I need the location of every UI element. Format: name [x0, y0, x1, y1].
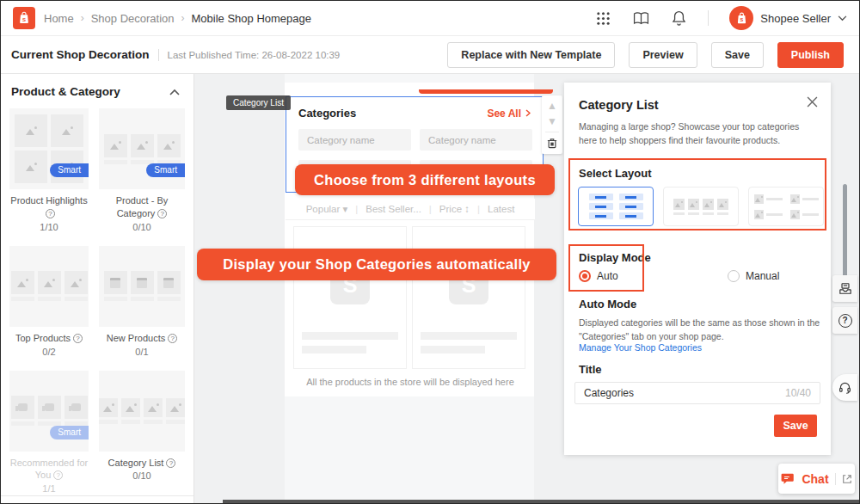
help-icon[interactable]: ?: [168, 334, 177, 343]
title-field-label: Title: [579, 363, 602, 376]
widget-count: 0/10: [99, 222, 185, 232]
widget-count: 0/1: [99, 347, 185, 357]
headset-icon: [838, 380, 852, 395]
education-book-icon[interactable]: [632, 9, 649, 27]
replace-template-button[interactable]: Replace with New Template: [447, 42, 615, 68]
display-mode-manual-radio[interactable]: Manual: [728, 270, 779, 282]
categories-widget-title: Categories: [298, 107, 356, 120]
breadcrumb-shop-decoration[interactable]: Shop Decoration: [91, 12, 175, 25]
help-floating-button[interactable]: ?: [832, 307, 857, 334]
thumbs-up-icon: [71, 403, 81, 411]
sidebar-divider: [1, 495, 194, 496]
breadcrumb-separator: ›: [81, 12, 84, 24]
widget-label: Recommended for You: [10, 458, 89, 481]
calendar-icon: [163, 278, 174, 288]
apps-grid-icon[interactable]: [594, 9, 611, 27]
save-button[interactable]: Save: [711, 42, 764, 68]
layout-options: [578, 187, 824, 226]
tooltip-shop-categories: Display yourShop Categoriesautomatically: [197, 249, 556, 280]
image-placeholder-icon: [755, 212, 763, 218]
move-up-icon[interactable]: ▲: [547, 101, 557, 111]
image-placeholder-icon: [137, 141, 148, 150]
tab-popular[interactable]: Popular ▾: [306, 203, 348, 215]
see-all-link[interactable]: See All: [487, 108, 531, 120]
support-headset-button[interactable]: [832, 374, 857, 401]
sort-tabs: Popular ▾ | Best Seller... | Price ↕ | L…: [286, 199, 535, 219]
widget-card-product-highlights[interactable]: Smart Product Highlights? 1/10: [9, 108, 89, 232]
thumbs-up-icon: [18, 403, 28, 411]
question-mark-icon: ?: [838, 314, 852, 328]
help-icon[interactable]: ?: [73, 334, 83, 343]
help-icon[interactable]: ?: [46, 209, 55, 218]
image-placeholder-icon: [44, 279, 55, 287]
layout-option-image-text[interactable]: [748, 187, 824, 226]
widget-card-new-products[interactable]: New Products? 0/1: [99, 246, 185, 357]
last-published-time: Last Published Time: 26-08-2022 10:39: [168, 50, 341, 60]
widget-card-category-list[interactable]: Category List? 0/10: [99, 371, 185, 495]
shopee-logo-icon[interactable]: S: [13, 7, 35, 29]
auto-mode-description: Displayed categories will be the same as…: [579, 317, 823, 344]
sidebar-section-header[interactable]: Product & Category: [1, 74, 194, 107]
notification-bell-icon[interactable]: [670, 9, 687, 27]
tab-price[interactable]: Price ↕: [439, 204, 470, 214]
breadcrumb-home[interactable]: Home: [44, 12, 74, 25]
category-name-input[interactable]: [298, 129, 411, 151]
help-icon[interactable]: ?: [53, 470, 63, 480]
panel-title: Category List: [579, 98, 659, 112]
empty-products-note: All the products in the store will be di…: [286, 377, 535, 387]
calendar-icon: [110, 278, 120, 288]
shopee-bag-icon: S: [16, 10, 32, 26]
tab-best-seller[interactable]: Best Seller...: [366, 204, 421, 214]
widget-label: New Products: [107, 333, 165, 343]
chat-bubble-icon: [781, 472, 796, 485]
panel-save-button[interactable]: Save: [774, 415, 817, 437]
category-name-input[interactable]: [420, 129, 532, 151]
chevron-up-icon[interactable]: [169, 89, 180, 95]
move-down-icon[interactable]: ▼: [547, 116, 557, 126]
widget-label: Category List: [108, 458, 164, 468]
account-name: Shopee Seller: [760, 12, 831, 25]
category-list-thumbnail: [99, 371, 185, 452]
new-products-thumbnail: [99, 246, 185, 327]
display-mode-auto-radio[interactable]: Auto: [579, 270, 618, 282]
horizontal-scrollbar-thumb[interactable]: [223, 500, 859, 503]
smart-badge: Smart: [50, 426, 89, 439]
radio-selected-icon: [579, 270, 591, 282]
preview-button[interactable]: Preview: [629, 42, 697, 68]
chevron-right-icon: [525, 109, 531, 117]
top-products-thumbnail: [9, 246, 89, 327]
seller-avatar: S: [729, 6, 753, 30]
help-icon[interactable]: ?: [157, 209, 167, 218]
title-input-value: Categories: [584, 387, 634, 399]
publish-button[interactable]: Publish: [777, 42, 844, 68]
popout-icon[interactable]: [842, 474, 852, 484]
svg-text:S: S: [22, 17, 26, 22]
account-menu[interactable]: S Shopee Seller: [729, 6, 847, 30]
inbox-floating-button[interactable]: [832, 275, 857, 302]
product-placeholder-card: S: [293, 226, 407, 369]
smart-badge: Smart: [146, 163, 185, 177]
image-placeholder-icon: [791, 196, 799, 202]
widget-card-recommended-for-you[interactable]: Smart Recommended for You? 1/1: [9, 371, 89, 495]
manage-shop-categories-link[interactable]: Manage Your Shop Categories: [579, 342, 702, 353]
widget-card-top-products[interactable]: Top Products? 0/2: [9, 246, 89, 357]
delete-icon[interactable]: [547, 138, 557, 149]
image-placeholder-icon: [719, 201, 727, 207]
image-placeholder-icon: [163, 141, 175, 150]
title-input[interactable]: Categories 10/40: [574, 382, 820, 404]
widget-count: 1/10: [9, 222, 89, 232]
editor-canvas: Category List Categories See All ▲ ▼: [194, 74, 859, 503]
image-placeholder-icon: [126, 403, 137, 412]
close-icon[interactable]: [805, 95, 819, 108]
product-placeholder-card: S: [412, 226, 525, 369]
widget-count: 0/10: [99, 470, 185, 481]
chat-button[interactable]: Chat: [778, 464, 855, 494]
recommended-for-you-thumbnail: Smart: [9, 371, 89, 452]
vertical-scrollbar-thumb[interactable]: [843, 184, 847, 285]
widget-card-product-by-category[interactable]: Smart Product - By Category? 0/10: [99, 108, 185, 232]
image-placeholder-icon: [71, 279, 82, 287]
layout-option-image-grid[interactable]: [663, 187, 739, 226]
tab-latest[interactable]: Latest: [488, 204, 514, 214]
help-icon[interactable]: ?: [166, 458, 175, 468]
layout-option-text-list[interactable]: [578, 187, 654, 226]
